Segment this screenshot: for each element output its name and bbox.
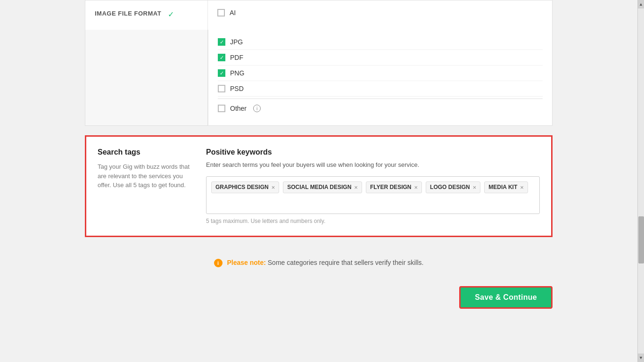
format-row-pdf: ✓ PDF (218, 50, 543, 66)
other-info-icon[interactable]: i (253, 105, 261, 112)
format-label-psd: PSD (230, 85, 244, 92)
left-grey-panel (85, 30, 208, 125)
tag-label-logo-design: LOGO DESIGN (430, 184, 470, 190)
page-wrapper: IMAGE FILE FORMAT ✓ AI ✓ JPG (0, 0, 644, 362)
tag-label-social-media-design: SOCIAL MEDIA DESIGN (287, 184, 351, 190)
tag-remove-graphics-design[interactable]: × (272, 184, 275, 191)
tag-social-media-design: SOCIAL MEDIA DESIGN × (283, 181, 362, 193)
checkbox-jpg[interactable]: ✓ (218, 38, 225, 46)
tag-label-graphics-design: GRAPHICS DESIGN (215, 184, 269, 190)
save-continue-button[interactable]: Save & Continue (459, 286, 553, 309)
check-icon: ✓ (168, 10, 174, 19)
image-format-label: IMAGE FILE FORMAT (95, 10, 161, 17)
format-row-other: Other i (218, 101, 543, 116)
tag-label-flyer-design: FLYER DESIGN (370, 184, 412, 190)
format-label-png: PNG (230, 69, 244, 77)
scrollbar-track[interactable]: ▲ ▼ (637, 0, 644, 362)
button-row: Save & Continue (85, 277, 553, 328)
format-label-pdf: PDF (230, 54, 243, 61)
please-note-icon: i (214, 259, 223, 267)
image-format-label-col: IMAGE FILE FORMAT ✓ (85, 0, 208, 30)
format-row-ai: AI (217, 5, 543, 20)
search-tags-left-col: Search tags Tag your Gig with buzz words… (98, 148, 192, 224)
checkbox-pdf[interactable]: ✓ (218, 54, 225, 61)
please-note-label: Please note: (227, 259, 265, 266)
format-options-body: ✓ JPG ✓ PDF ✓ PNG PSD (208, 30, 552, 125)
positive-keywords-desc: Enter search terms you feel your buyers … (206, 160, 540, 170)
tag-remove-logo-design[interactable]: × (473, 184, 477, 191)
tags-hint: 5 tags maximum. Use letters and numbers … (206, 218, 540, 224)
checkbox-psd[interactable] (218, 85, 225, 92)
format-label-other: Other (230, 105, 247, 112)
scrollbar-arrow-up[interactable]: ▲ (638, 0, 644, 8)
search-tags-title: Search tags (98, 148, 192, 156)
format-row-psd: PSD (218, 81, 543, 97)
format-row-png: ✓ PNG (218, 66, 543, 81)
tag-graphics-design: GRAPHICS DESIGN × (211, 181, 279, 193)
search-tags-section: Search tags Tag your Gig with buzz words… (85, 135, 553, 237)
tag-flyer-design: FLYER DESIGN × (366, 181, 422, 193)
tag-remove-flyer-design[interactable]: × (414, 184, 418, 191)
checkbox-ai[interactable] (217, 9, 225, 16)
scrollbar-arrow-down[interactable]: ▼ (638, 354, 644, 362)
checkbox-other[interactable] (218, 105, 225, 112)
format-label-ai: AI (230, 9, 236, 16)
search-tags-desc: Tag your Gig with buzz words that are re… (98, 162, 192, 190)
checkbox-png[interactable]: ✓ (218, 69, 225, 77)
format-row-jpg: ✓ JPG (218, 34, 543, 50)
please-note-section: i Please note: Some categories require t… (85, 251, 553, 277)
positive-keywords-title: Positive keywords (206, 148, 540, 156)
tag-remove-social-media-design[interactable]: × (354, 184, 358, 191)
tag-remove-media-kit[interactable]: × (520, 184, 524, 191)
format-label-jpg: JPG (230, 38, 243, 46)
image-format-body-row: ✓ JPG ✓ PDF ✓ PNG PSD (85, 30, 553, 126)
tag-media-kit: MEDIA KIT × (484, 181, 528, 193)
tag-label-media-kit: MEDIA KIT (488, 184, 517, 190)
format-options-area: AI (208, 0, 552, 30)
search-tags-right-col: Positive keywords Enter search terms you… (206, 148, 540, 224)
tag-logo-design: LOGO DESIGN × (426, 181, 480, 193)
tags-input-area[interactable]: GRAPHICS DESIGN × SOCIAL MEDIA DESIGN × … (206, 176, 540, 214)
main-content: IMAGE FILE FORMAT ✓ AI ✓ JPG (0, 0, 637, 328)
please-note-text: Some categories require that sellers ver… (268, 259, 424, 266)
image-format-header-row: IMAGE FILE FORMAT ✓ AI (85, 0, 553, 30)
scrollbar-thumb[interactable] (638, 216, 644, 263)
